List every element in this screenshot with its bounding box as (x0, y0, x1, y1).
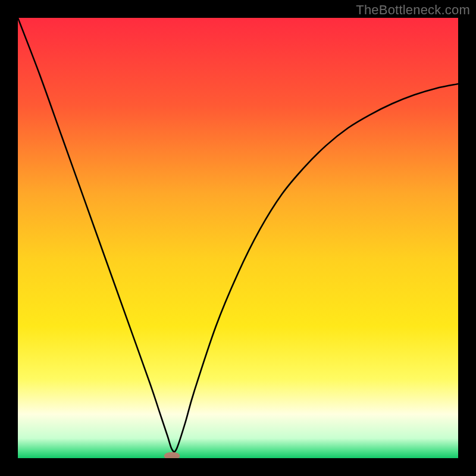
watermark-text: TheBottleneck.com (356, 2, 470, 18)
gradient-background (18, 18, 458, 458)
chart-svg (18, 18, 458, 458)
plot-area (18, 18, 458, 458)
chart-frame: TheBottleneck.com (0, 0, 476, 476)
